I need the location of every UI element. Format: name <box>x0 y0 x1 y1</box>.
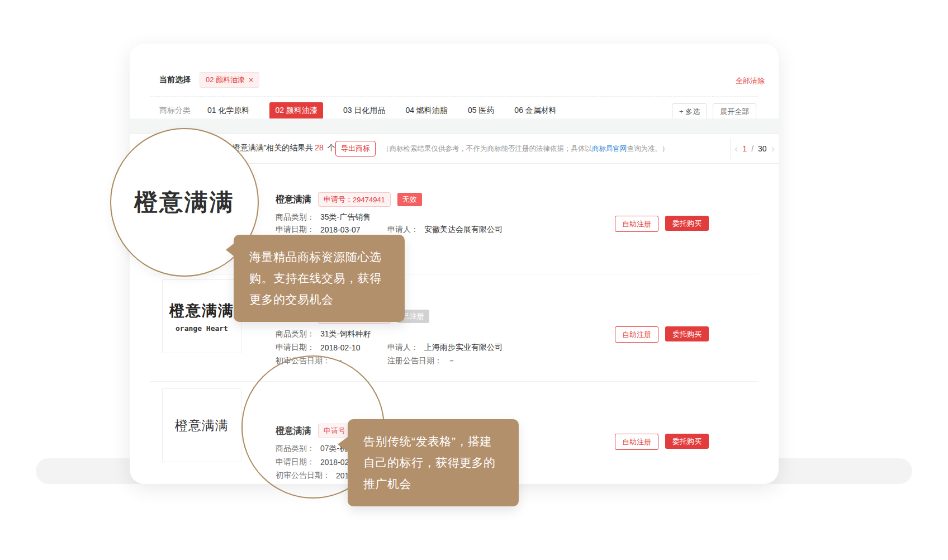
remove-tag-icon[interactable]: × <box>249 76 253 84</box>
apply-date-value: 2018-02-10 <box>320 343 361 352</box>
self-register-button[interactable]: 自助注册 <box>615 434 658 450</box>
category-item-01[interactable]: 01 化学原料 <box>207 106 249 116</box>
disclaimer-prefix: （商标检索结果仅供参考，不作为商标能否注册的法律依据；具体以 <box>382 145 592 153</box>
category-items: 01 化学原料 02 颜料油漆 03 日化用品 04 燃料油脂 05 医药 06… <box>207 102 557 119</box>
category-tools: + 多选 展开全部 <box>672 103 756 120</box>
next-page-icon[interactable]: › <box>771 144 775 154</box>
applicant-value: 上海雨步实业有限公司 <box>424 343 503 353</box>
self-register-button[interactable]: 自助注册 <box>615 216 658 232</box>
apply-date-line: 申请日期： 2018-03-07 <box>276 224 361 235</box>
category-row: 商标分类 01 化学原料 02 颜料油漆 03 日化用品 04 燃料油脂 05 … <box>159 103 557 118</box>
entrust-purchase-button[interactable]: 委托购买 <box>665 434 709 449</box>
row-actions: 自助注册 委托购买 <box>615 216 709 232</box>
clear-all-button[interactable]: 全部清除 <box>736 76 765 86</box>
reg-notice-label: 注册公告日期： <box>387 356 442 366</box>
category-value: 35类-广告销售 <box>320 212 371 222</box>
tooltip-resource: 海量精品商标资源随心选购。支持在线交易，获得更多的交易机会 <box>234 235 405 322</box>
application-number-value: 29474941 <box>353 196 385 204</box>
apply-date-label: 申请日期： <box>276 225 315 235</box>
results-panel-top-border <box>130 134 779 134</box>
magnified-trademark-text: 橙意满满 <box>134 187 235 218</box>
disclaimer-suffix: 查询为准。） <box>627 145 669 153</box>
total-pages: 30 <box>758 144 767 153</box>
export-trademark-button[interactable]: 导出商标 <box>335 141 376 156</box>
status-badge: 无效 <box>397 193 422 206</box>
applicant-line: 申请人： 安徽美达会展有限公司 <box>387 224 503 235</box>
multi-select-button[interactable]: + 多选 <box>672 103 707 120</box>
tooltip-resource-text: 海量精品商标资源随心选购。支持在线交易，获得更多的交易机会 <box>249 250 382 306</box>
reg-notice-line: 注册公告日期： － <box>387 355 456 367</box>
page-separator: / <box>751 144 753 153</box>
trademark-name: 橙意满满 <box>276 194 311 206</box>
category-label: 商品类别： <box>276 329 315 339</box>
tooltip-promotion: 告别传统“发表格”，搭建自己的标行，获得更多的推广机会 <box>348 419 519 506</box>
category-row-label: 商标分类 <box>159 106 191 116</box>
application-number-label: 申请号： <box>324 194 353 205</box>
category-value: 31类-饲料种籽 <box>320 329 371 339</box>
category-item-06[interactable]: 06 金属材料 <box>514 106 556 116</box>
trademark-office-link[interactable]: 商标局官网 <box>592 145 627 153</box>
row-divider-2 <box>150 381 759 382</box>
filter-dashed-divider <box>150 96 759 97</box>
application-number-tag: 申请号：29474941 <box>318 192 391 207</box>
category-line: 商品类别： 31类-饲料种籽 <box>276 329 371 340</box>
pagination: ‹ 1 / 30 › <box>730 138 779 159</box>
expand-all-button[interactable]: 展开全部 <box>713 103 756 120</box>
category-item-02-selected[interactable]: 02 颜料油漆 <box>269 102 323 119</box>
apply-date-value: 2018-03-07 <box>320 225 361 234</box>
row-actions: 自助注册 委托购买 <box>615 434 709 450</box>
apply-date-line: 申请日期： 2018-02-10 <box>276 342 361 353</box>
selected-filter-tag-label: 02 颜料油漆 <box>206 75 245 85</box>
trademark-mark-text: 橙意满满 <box>169 301 234 321</box>
trademark-mark-text: 橙意满满 <box>175 417 229 434</box>
category-item-04[interactable]: 04 燃料油脂 <box>405 106 447 116</box>
category-label: 商品类别： <box>276 212 315 222</box>
applicant-label: 申请人： <box>387 225 419 235</box>
tooltip-arrow <box>226 244 234 256</box>
trademark-mark-subtext: orange Heart <box>176 324 228 333</box>
trademark-title-line: 橙意满满 申请号：29474941 无效 <box>276 193 422 206</box>
tooltip-arrow <box>338 437 348 452</box>
apply-date-label: 申请日期： <box>276 343 315 353</box>
results-summary-suffix: 个 <box>328 143 335 152</box>
results-disclaimer: （商标检索结果仅供参考，不作为商标能否注册的法律依据；具体以商标局官网查询为准。… <box>382 144 669 154</box>
panel-gap-band <box>130 118 779 134</box>
entrust-purchase-button[interactable]: 委托购买 <box>665 326 709 341</box>
page: 当前选择 02 颜料油漆 × 全部清除 商标分类 01 化学原料 02 颜料油漆… <box>0 0 948 560</box>
self-register-button[interactable]: 自助注册 <box>615 326 658 343</box>
applicant-label: 申请人： <box>387 343 419 353</box>
results-count: 28 <box>315 143 324 152</box>
applicant-value: 安徽美达会展有限公司 <box>424 225 503 235</box>
reg-notice-value: － <box>448 356 456 366</box>
trademark-thumbnail: 橙意满满 orange Heart <box>162 279 241 353</box>
selected-filter-tag[interactable]: 02 颜料油漆 × <box>200 72 259 88</box>
category-item-05[interactable]: 05 医药 <box>468 106 494 116</box>
prev-page-icon[interactable]: ‹ <box>734 144 738 154</box>
tooltip-promotion-text: 告别传统“发表格”，搭建自己的标行，获得更多的推广机会 <box>363 435 496 490</box>
category-line: 商品类别： 35类-广告销售 <box>276 212 371 223</box>
current-selection-label: 当前选择 <box>159 75 191 85</box>
current-selection-row: 当前选择 02 颜料油漆 × <box>159 73 259 87</box>
trademark-thumbnail: 橙意满满 <box>162 388 241 462</box>
category-item-03[interactable]: 03 日化用品 <box>343 106 385 116</box>
applicant-line: 申请人： 上海雨步实业有限公司 <box>387 342 503 353</box>
row-actions: 自助注册 委托购买 <box>615 326 709 343</box>
current-page: 1 <box>742 144 747 153</box>
entrust-purchase-button[interactable]: 委托购买 <box>665 216 709 231</box>
